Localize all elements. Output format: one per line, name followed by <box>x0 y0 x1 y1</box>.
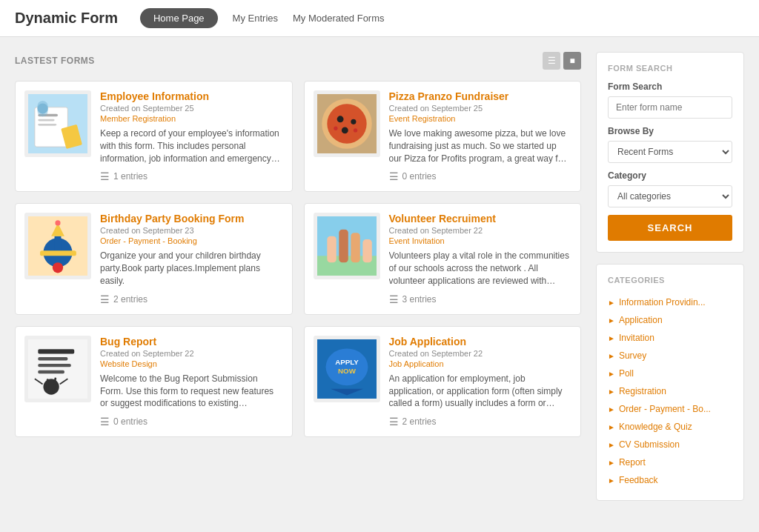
svg-rect-31 <box>38 357 67 360</box>
list-view-icon[interactable]: ☰ <box>543 52 560 70</box>
entries-icon-pizza-pranzo: ☰ <box>389 170 399 182</box>
entries-icon-employee-info: ☰ <box>100 170 110 182</box>
form-card-bug-report[interactable]: Bug Report Created on September 22 Websi… <box>15 326 293 437</box>
category-arrow-icon: ► <box>608 370 615 378</box>
form-entries-birthday-party: ☰ 2 entries <box>100 293 283 305</box>
form-category-job-application[interactable]: Job Application <box>389 359 572 368</box>
form-card-volunteer-recruiment[interactable]: Volunteer Recruiment Created on Septembe… <box>304 203 582 314</box>
grid-view-icon[interactable]: ■ <box>563 52 581 70</box>
form-category-bug-report[interactable]: Website Design <box>100 359 283 368</box>
category-arrow-icon: ► <box>608 316 615 325</box>
category-item[interactable]: ► Information Providin... <box>608 293 732 311</box>
browse-by-select[interactable]: Recent FormsMost PopularNewest <box>608 141 732 163</box>
header: Dynamic Form Home Page My Entries My Mod… <box>0 0 759 37</box>
form-desc-job-application: An application for employment, job appli… <box>389 373 572 410</box>
nav-home[interactable]: Home Page <box>140 8 218 28</box>
category-item[interactable]: ► Feedback <box>608 471 732 489</box>
category-arrow-icon: ► <box>608 405 615 413</box>
category-link[interactable]: Application <box>619 315 663 325</box>
form-title-bug-report[interactable]: Bug Report <box>100 336 283 348</box>
category-label: Category <box>608 170 732 181</box>
svg-rect-22 <box>40 251 76 256</box>
category-link[interactable]: Knowledge & Quiz <box>619 422 692 432</box>
category-item[interactable]: ► Invitation <box>608 329 732 347</box>
form-body-employee-info: Employee Information Created on Septembe… <box>100 90 283 182</box>
form-card-employee-info[interactable]: Employee Information Created on Septembe… <box>15 81 293 192</box>
form-card-pizza-pranzo[interactable]: Pizza Pranzo Fundraiser Created on Septe… <box>304 81 582 192</box>
svg-rect-35 <box>47 379 49 392</box>
svg-rect-33 <box>38 370 64 373</box>
form-image-pizza-pranzo <box>314 90 380 157</box>
category-item[interactable]: ► Report <box>608 453 732 471</box>
form-date-job-application: Created on September 22 <box>389 349 572 358</box>
svg-rect-27 <box>351 233 359 263</box>
form-date-employee-info: Created on September 25 <box>100 104 283 113</box>
sidebar: FORM SEARCH Form Search Browse By Recent… <box>596 52 744 512</box>
category-link[interactable]: Registration <box>619 386 666 396</box>
svg-rect-26 <box>339 230 348 262</box>
category-link[interactable]: Report <box>619 457 646 468</box>
nav-moderated-forms[interactable]: My Moderated Forms <box>293 13 385 24</box>
form-image-employee-info <box>24 90 91 157</box>
category-select[interactable]: All categoriesInformation ProvidingAppli… <box>608 185 732 207</box>
category-arrow-icon: ► <box>608 476 615 485</box>
form-category-birthday-party[interactable]: Order - Payment - Booking <box>100 236 283 245</box>
category-item[interactable]: ► Poll <box>608 365 732 382</box>
category-item[interactable]: ► Survey <box>608 347 732 365</box>
category-item[interactable]: ► CV Submission <box>608 436 732 453</box>
category-item[interactable]: ► Registration <box>608 382 732 400</box>
nav-my-entries[interactable]: My Entries <box>233 13 278 24</box>
category-item[interactable]: ► Knowledge & Quiz <box>608 418 732 436</box>
form-title-employee-info[interactable]: Employee Information <box>100 90 283 102</box>
category-arrow-icon: ► <box>608 459 615 467</box>
form-title-volunteer-recruiment[interactable]: Volunteer Recruiment <box>389 213 572 225</box>
form-title-birthday-party[interactable]: Birthday Party Booking Form <box>100 213 283 225</box>
section-title: LASTEST FORMS <box>15 56 95 66</box>
category-arrow-icon: ► <box>608 388 615 396</box>
form-image-volunteer-recruiment <box>314 213 380 279</box>
category-link[interactable]: Information Providin... <box>619 297 706 307</box>
form-entries-bug-report: ☰ 0 entries <box>100 416 283 428</box>
category-item[interactable]: ► Order - Payment - Bo... <box>608 400 732 418</box>
form-body-bug-report: Bug Report Created on September 22 Websi… <box>100 336 283 428</box>
search-input[interactable] <box>608 96 732 119</box>
form-card-job-application[interactable]: APPLY NOW Job Application Created on Sep… <box>304 326 582 437</box>
form-date-pizza-pranzo: Created on September 25 <box>389 104 572 113</box>
form-desc-pizza-pranzo: We love making awesome pizza, but we lov… <box>389 127 572 164</box>
form-date-birthday-party: Created on September 23 <box>100 226 283 235</box>
category-link[interactable]: Invitation <box>619 333 654 343</box>
form-search-section-title: FORM SEARCH <box>608 64 732 73</box>
svg-point-34 <box>43 379 59 394</box>
category-link[interactable]: Order - Payment - Bo... <box>619 404 711 414</box>
section-header: LASTEST FORMS ☰ ■ <box>15 52 581 70</box>
form-body-job-application: Job Application Created on September 22 … <box>389 336 572 428</box>
form-category-employee-info[interactable]: Member Registration <box>100 114 283 123</box>
category-link[interactable]: Poll <box>619 368 634 379</box>
svg-point-11 <box>337 116 343 122</box>
entries-icon-volunteer-recruiment: ☰ <box>389 293 399 305</box>
search-button[interactable]: SEARCH <box>608 215 732 241</box>
form-title-job-application[interactable]: Job Application <box>389 336 572 348</box>
category-link[interactable]: Feedback <box>619 475 658 485</box>
svg-point-15 <box>353 128 357 132</box>
form-card-birthday-party[interactable]: Birthday Party Booking Form Created on S… <box>15 203 293 314</box>
svg-rect-32 <box>38 364 70 367</box>
form-entries-employee-info: ☰ 1 entries <box>100 170 283 182</box>
form-category-volunteer-recruiment[interactable]: Event Invitation <box>389 236 572 245</box>
form-search-label: Form Search <box>608 82 732 92</box>
form-category-pizza-pranzo[interactable]: Event Registration <box>389 114 572 123</box>
category-arrow-icon: ► <box>608 334 615 342</box>
form-body-birthday-party: Birthday Party Booking Form Created on S… <box>100 213 283 305</box>
category-item[interactable]: ► Application <box>608 311 732 329</box>
svg-rect-3 <box>38 119 54 122</box>
entries-icon-birthday-party: ☰ <box>100 293 110 305</box>
form-entries-volunteer-recruiment: ☰ 3 entries <box>389 293 572 305</box>
category-link[interactable]: CV Submission <box>619 439 680 450</box>
entries-icon-job-application: ☰ <box>389 416 399 428</box>
form-body-pizza-pranzo: Pizza Pranzo Fundraiser Created on Septe… <box>389 90 572 182</box>
form-title-pizza-pranzo[interactable]: Pizza Pranzo Fundraiser <box>389 90 572 102</box>
svg-rect-28 <box>362 240 371 263</box>
svg-point-21 <box>55 221 60 226</box>
category-link[interactable]: Survey <box>619 350 646 361</box>
svg-rect-25 <box>327 236 336 263</box>
